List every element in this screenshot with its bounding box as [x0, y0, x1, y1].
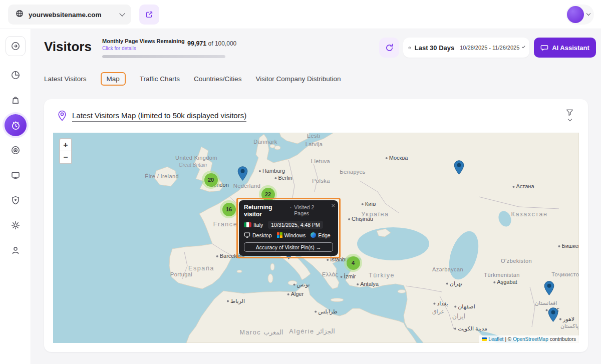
- funnel-icon: [565, 108, 574, 117]
- attribution-sep: | ©: [505, 336, 511, 342]
- cluster-count: 4: [347, 256, 360, 270]
- chat-icon: [540, 44, 548, 52]
- sidebar-item-security[interactable]: [6, 190, 26, 210]
- chevron-down-icon: [567, 117, 571, 121]
- cluster-count: 16: [222, 203, 236, 216]
- accuracy-button[interactable]: Accuracy of Visitor Pin(s) →: [244, 242, 333, 252]
- sidebar-item-dashboard[interactable]: [6, 65, 26, 85]
- tab-traffic-charts[interactable]: Traffic Charts: [140, 73, 180, 85]
- sidebar-item-orders[interactable]: [6, 90, 26, 110]
- quota-total: of 100,000: [208, 40, 237, 47]
- quota-used: 99,971: [187, 40, 206, 47]
- browser-item: Edge: [311, 232, 331, 238]
- tab-visitor-company-distribution[interactable]: Visitor Company Distribution: [255, 73, 341, 85]
- visitor-country: Italy: [253, 222, 263, 228]
- chevron-down-icon: [522, 45, 525, 48]
- sidebar-item-live-view[interactable]: [6, 165, 26, 185]
- edge-icon: [311, 232, 316, 238]
- ukraine-flag-icon: [482, 337, 487, 341]
- refresh-button[interactable]: [379, 38, 399, 58]
- ai-assistant-label: AI Assistant: [552, 44, 589, 52]
- external-link-icon: [145, 10, 154, 19]
- popup-close-button[interactable]: ×: [331, 202, 335, 209]
- date-range-value: 10/28/2025 - 11/26/2025: [460, 45, 519, 51]
- visitor-pin-marker[interactable]: [544, 281, 554, 298]
- zoom-control: + −: [59, 138, 72, 164]
- sidebar-item-settings[interactable]: [6, 215, 26, 235]
- visitors-history-icon: [11, 120, 21, 131]
- shopping-bag-icon: [11, 95, 21, 105]
- chevron-down-icon: [586, 12, 590, 16]
- cluster-count: 20: [204, 173, 218, 187]
- date-range-picker[interactable]: Last 30 Days 10/28/2025 - 11/26/2025: [403, 38, 529, 58]
- collapse-sidebar-icon: [11, 41, 21, 51]
- range-label: Last 30 Days: [415, 44, 455, 52]
- tab-bar: Latest Visitors Map Traffic Charts Count…: [44, 72, 341, 86]
- page-title: Visitors: [44, 39, 92, 55]
- open-website-button[interactable]: [139, 5, 159, 25]
- visitor-os: Windows: [284, 232, 306, 238]
- map-card-header: Latest Visitors Map (limited to 50k disp…: [44, 99, 588, 133]
- ai-assistant-button[interactable]: AI Assistant: [534, 38, 596, 58]
- main-content: Visitors Monthly Page Views Remaining Cl…: [31, 29, 601, 364]
- visitor-popup: × Returning visitor · Visited 2 Pages It…: [239, 200, 338, 256]
- separator: ·: [290, 204, 292, 210]
- attribution-suffix: contributors: [550, 336, 576, 342]
- monitor-icon: [11, 170, 21, 180]
- target-icon: [11, 145, 21, 155]
- leaflet-link[interactable]: Leaflet: [488, 336, 503, 342]
- map-attribution: Leaflet | © OpenStreetMap contributors: [479, 335, 579, 343]
- popup-header: Returning visitor · Visited 2 Pages: [244, 204, 333, 218]
- visitor-device: Desktop: [252, 232, 272, 238]
- visitor-pin-marker[interactable]: [237, 166, 248, 183]
- map-filter-button[interactable]: [565, 108, 574, 121]
- visitor-pin-marker[interactable]: [454, 160, 464, 177]
- quota-numbers: 99,971 of 100,000: [187, 40, 236, 47]
- openstreetmap-link[interactable]: OpenStreetMap: [513, 336, 548, 342]
- cluster-marker[interactable]: 4: [344, 254, 362, 272]
- sidebar-item-visitors[interactable]: [5, 114, 27, 136]
- refresh-icon: [385, 43, 394, 53]
- tab-countries-cities[interactable]: Countries/Cities: [194, 73, 241, 85]
- popup-location-row: Italy 10/31/2025, 4:48 PM: [244, 221, 333, 229]
- quota-progress-fill: [102, 55, 225, 58]
- tab-latest-visitors[interactable]: Latest Visitors: [44, 73, 87, 85]
- visited-pages: Visited 2 Pages: [294, 204, 327, 216]
- cluster-marker[interactable]: 16: [220, 200, 238, 218]
- map-card-title: Latest Visitors Map (limited to 50k disp…: [72, 111, 246, 122]
- account-menu[interactable]: [566, 5, 594, 25]
- italy-flag-icon: [244, 222, 251, 227]
- zoom-out-button[interactable]: −: [60, 151, 71, 163]
- topbar: yourwebsitename.com: [0, 0, 601, 29]
- visitor-pin-marker[interactable]: [548, 307, 558, 324]
- user-icon: [11, 245, 21, 255]
- visitor-type: Returning visitor: [244, 204, 287, 218]
- popup-device-row: Desktop Windows Edge: [244, 232, 333, 238]
- device-item: Desktop: [244, 232, 272, 238]
- popup-annotation-highlight: × Returning visitor · Visited 2 Pages It…: [236, 198, 341, 258]
- globe-icon: [15, 9, 24, 20]
- country-item: Italy: [244, 222, 263, 228]
- app-window: yourwebsitename.com: [0, 0, 601, 364]
- quota-details-link[interactable]: Click for details: [102, 46, 136, 51]
- sidebar-item-profile[interactable]: [6, 240, 26, 260]
- desktop-icon: [244, 232, 250, 238]
- sidebar-collapse-button[interactable]: [6, 36, 26, 56]
- website-name: yourwebsitename.com: [29, 11, 102, 19]
- map-canvas[interactable]: + − Leaflet | © OpenStreetMap contributo…: [53, 133, 579, 343]
- map-pin-icon: [57, 110, 67, 123]
- zoom-in-button[interactable]: +: [60, 139, 71, 151]
- tab-map[interactable]: Map: [101, 72, 126, 86]
- shield-heart-icon: [11, 195, 21, 205]
- visit-datetime: 10/31/2025, 4:48 PM: [268, 221, 323, 229]
- website-selector[interactable]: yourwebsitename.com: [8, 5, 131, 25]
- avatar: [567, 6, 584, 23]
- quota-progress-bar: [102, 55, 225, 58]
- windows-icon: [277, 232, 282, 238]
- cluster-marker[interactable]: 20: [202, 171, 220, 189]
- visitor-browser: Edge: [318, 232, 331, 238]
- map-card: Latest Visitors Map (limited to 50k disp…: [44, 99, 588, 352]
- quota-label: Monthly Page Views Remaining: [102, 38, 185, 44]
- pie-chart-icon: [11, 70, 21, 80]
- sidebar-item-segments[interactable]: [6, 140, 26, 160]
